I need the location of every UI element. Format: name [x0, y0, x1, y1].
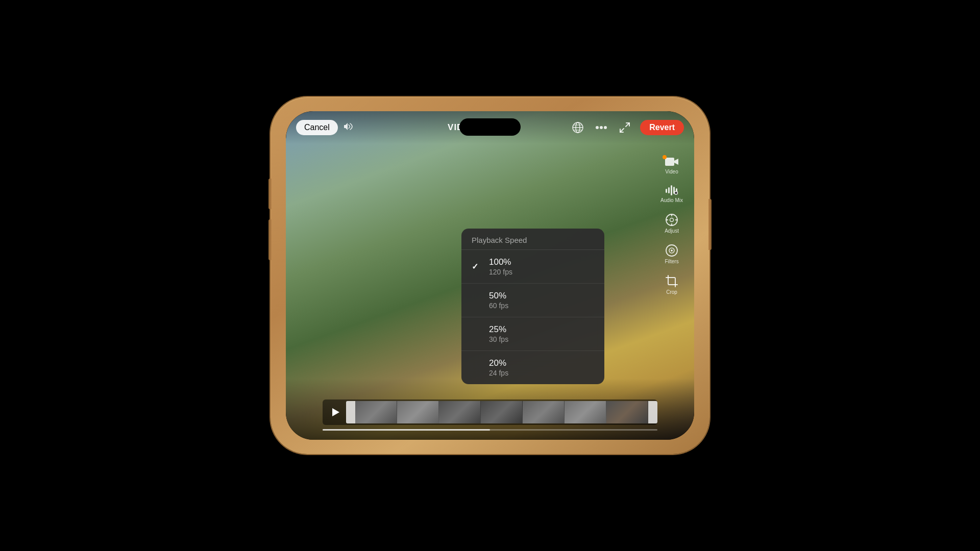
speed-info-100: 100% 120 fps: [489, 257, 512, 276]
film-frame-3: [439, 401, 481, 423]
film-frame-6: [565, 401, 606, 423]
svg-point-13: [670, 218, 674, 222]
tool-audio-mix[interactable]: Audio Mix: [657, 181, 686, 207]
svg-point-4: [604, 126, 607, 129]
speed-info-25: 25% 30 fps: [489, 324, 508, 343]
speed-option-20[interactable]: 20% 24 fps: [461, 351, 604, 384]
film-frame-2: [397, 401, 439, 423]
speed-percent-50: 50%: [489, 291, 508, 301]
tool-filters[interactable]: Filters: [662, 240, 681, 268]
adjust-label: Adjust: [665, 228, 679, 234]
bottom-controls: [286, 379, 694, 440]
right-toolbar: Video Audio Mix: [657, 152, 686, 299]
compress-icon[interactable]: [617, 119, 633, 136]
timeline-filmstrip: [355, 401, 648, 423]
speed-fps-100: 120 fps: [489, 268, 512, 276]
film-frame-7: [606, 401, 648, 423]
svg-rect-7: [668, 187, 670, 193]
check-mark-100: ✓: [472, 262, 482, 271]
speed-option-25[interactable]: 25% 30 fps: [461, 317, 604, 351]
speed-info-50: 50% 60 fps: [489, 291, 508, 310]
speed-percent-25: 25%: [489, 324, 508, 335]
film-frame-4: [481, 401, 523, 423]
revert-button[interactable]: Revert: [640, 120, 684, 135]
svg-point-11: [675, 191, 678, 194]
video-tool-label: Video: [665, 169, 678, 174]
playback-speed-dropdown: Playback Speed ✓ 100% 120 fps 50% 60 fps: [461, 229, 604, 384]
tool-video[interactable]: Video: [662, 152, 682, 179]
audio-mix-icon: [665, 185, 678, 196]
speed-info-20: 20% 24 fps: [489, 358, 508, 377]
filters-icon: [665, 244, 678, 257]
crop-icon: [665, 274, 678, 288]
film-frame-5: [523, 401, 565, 423]
adjust-icon: [665, 213, 678, 227]
tool-crop[interactable]: Crop: [662, 270, 681, 299]
film-frame-1: [355, 401, 397, 423]
play-button[interactable]: [326, 402, 346, 422]
speed-percent-20: 20%: [489, 358, 508, 368]
timeline-bar[interactable]: [323, 399, 657, 425]
timeline-right-bracket: [648, 401, 657, 423]
progress-bar[interactable]: [323, 429, 657, 431]
power-button[interactable]: [708, 199, 712, 250]
progress-fill: [323, 429, 490, 431]
top-bar-right: Revert: [570, 119, 684, 136]
more-icon[interactable]: [593, 119, 609, 136]
audio-mix-label: Audio Mix: [660, 197, 683, 203]
mute-button[interactable]: [268, 179, 272, 209]
video-icon: [665, 156, 679, 167]
speed-percent-100: 100%: [489, 257, 512, 267]
dropdown-header: Playback Speed: [461, 229, 604, 250]
speed-fps-50: 60 fps: [489, 302, 508, 310]
filters-label: Filters: [665, 259, 678, 264]
speed-option-100[interactable]: ✓ 100% 120 fps: [461, 250, 604, 284]
cancel-button[interactable]: Cancel: [296, 120, 338, 135]
speed-fps-25: 30 fps: [489, 335, 508, 343]
speed-fps-20: 24 fps: [489, 369, 508, 377]
svg-rect-5: [665, 158, 674, 166]
volume-icon[interactable]: [344, 122, 355, 134]
svg-point-20: [671, 249, 673, 252]
speed-option-50[interactable]: 50% 60 fps: [461, 284, 604, 317]
tool-adjust[interactable]: Adjust: [662, 209, 682, 238]
svg-point-2: [596, 126, 599, 129]
phone-screen: Cancel VIDEO: [286, 111, 694, 440]
timeline-left-bracket: [346, 401, 355, 423]
settings-icon[interactable]: [570, 119, 586, 136]
crop-label: Crop: [666, 289, 677, 295]
volume-button[interactable]: [268, 219, 272, 260]
svg-point-3: [600, 126, 603, 129]
dynamic-island: [459, 118, 521, 136]
svg-rect-6: [671, 185, 672, 195]
phone-shell: Cancel VIDEO: [271, 97, 709, 454]
svg-rect-9: [666, 189, 667, 193]
top-bar-left: Cancel: [296, 120, 355, 135]
